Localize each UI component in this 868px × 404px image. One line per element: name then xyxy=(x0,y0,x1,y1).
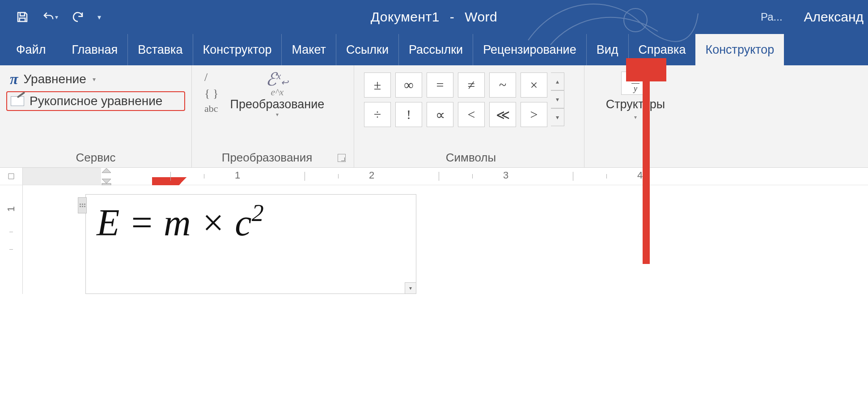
contextual-tab-group-label: Ра... xyxy=(750,0,793,34)
symbol-factorial[interactable]: ! xyxy=(395,102,422,127)
svg-marker-1 xyxy=(102,168,111,173)
symbols-grid: ± ∞ = ≠ ~ × ÷ ! ∝ < ≪ > xyxy=(364,72,547,127)
ribbon-group-conversions: / { } abc ℰx↩ e^x Преобразование ▾ Преоб… xyxy=(192,65,354,167)
ribbon-tabs: Файл Главная Вставка Конструктор Макет С… xyxy=(0,34,868,65)
tab-home[interactable]: Главная xyxy=(62,34,128,65)
ink-equation-button[interactable]: Рукописное уравнение xyxy=(6,91,185,111)
unicode-linear-button[interactable]: / xyxy=(204,72,218,83)
tab-mailings[interactable]: Рассылки xyxy=(399,34,473,65)
conversion-format-buttons: / { } abc xyxy=(204,72,218,114)
dropdown-icon: ▾ xyxy=(634,114,637,120)
symbols-gallery-scroll: ▴ ▾ ▾ xyxy=(551,72,564,126)
redo-button[interactable] xyxy=(70,9,86,25)
tab-layout[interactable]: Макет xyxy=(282,34,336,65)
symbol-divide[interactable]: ÷ xyxy=(364,102,391,127)
tab-help[interactable]: Справка xyxy=(629,34,696,65)
equation-exponent: 2 xyxy=(252,200,264,226)
user-name[interactable]: Александ xyxy=(793,9,868,25)
symbol-equals[interactable]: = xyxy=(427,72,453,98)
ruler-number: 4 xyxy=(637,170,643,181)
gallery-scroll-down-icon[interactable]: ▾ xyxy=(551,90,564,108)
tab-references[interactable]: Ссылки xyxy=(336,34,399,65)
gallery-scroll-up-icon[interactable]: ▴ xyxy=(551,72,564,90)
symbol-much-less[interactable]: ≪ xyxy=(489,102,516,127)
document-page[interactable]: E = m × c2 ▾ xyxy=(23,185,868,294)
fraction-icon: xy xyxy=(621,72,650,95)
symbol-greater-than[interactable]: > xyxy=(521,102,547,127)
svg-marker-2 xyxy=(102,179,111,183)
qat-customize-icon[interactable]: ▾ xyxy=(97,13,101,21)
latex-linear-button[interactable]: { } xyxy=(204,88,218,99)
ink-equation-icon xyxy=(11,96,24,106)
v-ruler-number: 1 xyxy=(5,206,17,212)
ribbon-group-tools: π Уравнение ▾ Рукописное уравнение Серви… xyxy=(0,65,192,167)
fraction-structure-button[interactable]: xy Структуры ▾ xyxy=(606,69,665,120)
equation-gallery-button[interactable]: π Уравнение ▾ xyxy=(6,69,185,89)
save-button[interactable] xyxy=(14,9,30,25)
vertical-ruler[interactable]: 1 xyxy=(0,185,23,294)
v-ruler-tick xyxy=(9,249,13,250)
dialog-launcher-icon[interactable] xyxy=(338,154,346,162)
equation-content[interactable]: E = m × c2 xyxy=(97,202,264,243)
ruler-corner[interactable] xyxy=(0,168,23,185)
tab-equation-design[interactable]: Конструктор xyxy=(695,34,784,65)
indent-markers[interactable] xyxy=(101,167,112,185)
undo-dropdown-icon[interactable]: ▾ xyxy=(55,13,58,21)
convert-icon: ℰx↩ e^x xyxy=(266,72,288,97)
ruler-number: 1 xyxy=(235,170,240,181)
gallery-expand-icon[interactable]: ▾ xyxy=(551,108,564,126)
dropdown-icon: ▾ xyxy=(93,76,96,83)
equation-options-dropdown[interactable]: ▾ xyxy=(405,282,416,294)
ruler-row: 1 2 3 4 xyxy=(0,168,868,185)
ruler-number: 2 xyxy=(369,170,374,181)
symbol-tilde[interactable]: ~ xyxy=(489,72,516,98)
ribbon-group-structures: xy Структуры ▾ xyxy=(584,65,686,167)
tab-view[interactable]: Вид xyxy=(587,34,629,65)
tab-file[interactable]: Файл xyxy=(0,34,62,65)
group-label-tools: Сервис xyxy=(6,151,185,167)
window-title: Документ1 - Word xyxy=(371,9,498,25)
dropdown-icon: ▾ xyxy=(276,111,279,118)
pi-icon: π xyxy=(10,71,18,88)
symbol-infinity[interactable]: ∞ xyxy=(395,72,422,98)
tab-design[interactable]: Конструктор xyxy=(193,34,282,65)
equation-gallery-label: Уравнение xyxy=(24,72,86,86)
structures-label: Структуры xyxy=(606,98,665,111)
tab-insert[interactable]: Вставка xyxy=(128,34,193,65)
equation-move-handle[interactable] xyxy=(78,197,87,213)
svg-point-0 xyxy=(624,9,647,32)
v-ruler-tick xyxy=(9,232,13,232)
convert-label: Преобразование xyxy=(230,98,324,111)
horizontal-ruler[interactable]: 1 2 3 4 xyxy=(23,168,868,185)
title-separator: - xyxy=(444,9,461,24)
undo-button[interactable]: ▾ xyxy=(42,9,58,25)
group-label-symbols: Символы xyxy=(364,151,578,167)
symbol-multiply[interactable]: × xyxy=(521,72,547,98)
title-bar: ▾ ▾ Документ1 - Word Ра... Александ xyxy=(0,0,868,34)
ruler-number: 3 xyxy=(503,170,508,181)
symbol-proportional[interactable]: ∝ xyxy=(427,102,453,127)
ribbon: π Уравнение ▾ Рукописное уравнение Серви… xyxy=(0,65,868,168)
convert-button[interactable]: ℰx↩ e^x Преобразование ▾ xyxy=(230,72,324,118)
symbol-not-equal[interactable]: ≠ xyxy=(458,72,485,98)
document-name: Документ1 xyxy=(371,9,440,24)
group-label-conversions: Преобразования xyxy=(200,151,334,165)
symbol-less-than[interactable]: < xyxy=(458,102,485,127)
quick-access-toolbar: ▾ ▾ xyxy=(0,9,101,25)
ruler-margin-shade xyxy=(23,168,101,185)
tab-review[interactable]: Рецензирование xyxy=(473,34,587,65)
equation-placeholder[interactable]: E = m × c2 ▾ xyxy=(85,194,416,294)
symbol-plus-minus[interactable]: ± xyxy=(364,72,391,98)
title-bar-right: Ра... Александ xyxy=(750,0,868,34)
workspace: 1 E = m × c2 ▾ xyxy=(0,185,868,294)
ribbon-group-symbols: ± ∞ = ≠ ~ × ÷ ! ∝ < ≪ > ▴ ▾ ▾ Символы xyxy=(354,65,584,167)
ink-equation-label: Рукописное уравнение xyxy=(30,94,162,108)
equation-base: E = m × c xyxy=(97,202,252,243)
app-name: Word xyxy=(465,9,497,24)
plain-text-button[interactable]: abc xyxy=(204,104,218,114)
